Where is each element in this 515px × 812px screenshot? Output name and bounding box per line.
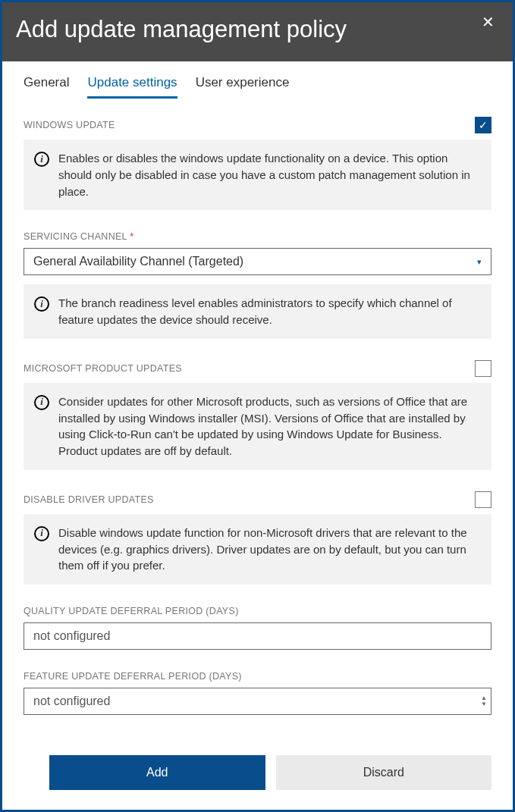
microsoft-product-updates-label: MICROSOFT PRODUCT UPDATES (24, 363, 182, 374)
servicing-channel-description: The branch readiness level enables admin… (58, 295, 479, 328)
windows-update-description: Enables or disables the windows update f… (58, 150, 479, 199)
windows-update-info: i Enables or disables the windows update… (24, 140, 491, 210)
dialog-header: Add update management policy ✕ (2, 2, 513, 61)
chevron-down-icon: ▾ (477, 257, 482, 267)
servicing-channel-label: SERVICING CHANNEL * (24, 231, 133, 242)
disable-driver-updates-description: Disable windows update function for non-… (58, 525, 479, 574)
quality-deferral-input[interactable] (24, 622, 491, 650)
feature-deferral-input[interactable] (24, 688, 491, 715)
info-icon: i (34, 395, 49, 410)
windows-update-label: WINDOWS UPDATE (24, 120, 115, 130)
form-content: WINDOWS UPDATE i Enables or disables the… (2, 99, 513, 741)
servicing-channel-info: i The branch readiness level enables adm… (24, 284, 491, 339)
section-quality-deferral: QUALITY UPDATE DEFERRAL PERIOD (DAYS) (24, 606, 491, 650)
info-icon: i (34, 526, 49, 541)
windows-update-checkbox[interactable] (475, 117, 491, 133)
section-microsoft-product-updates: MICROSOFT PRODUCT UPDATES i Consider upd… (24, 360, 491, 470)
info-icon: i (34, 152, 49, 167)
microsoft-product-updates-checkbox[interactable] (475, 360, 491, 377)
servicing-channel-select[interactable]: General Availability Channel (Targeted) … (24, 248, 491, 275)
quantity-stepper[interactable]: ▲ ▼ (481, 695, 487, 707)
section-windows-update: WINDOWS UPDATE i Enables or disables the… (24, 117, 491, 210)
feature-deferral-label: FEATURE UPDATE DEFERRAL PERIOD (DAYS) (24, 671, 242, 682)
tab-bar: General Update settings User experience (2, 61, 513, 99)
discard-button[interactable]: Discard (276, 755, 492, 790)
close-icon[interactable]: ✕ (482, 13, 495, 31)
servicing-channel-value: General Availability Channel (Targeted) (33, 255, 243, 268)
tab-update-settings[interactable]: Update settings (87, 75, 177, 99)
microsoft-product-updates-info: i Consider updates for other Microsoft p… (24, 383, 491, 470)
section-servicing-channel: SERVICING CHANNEL * General Availability… (24, 231, 491, 339)
tab-user-experience[interactable]: User experience (196, 75, 290, 99)
dialog-title: Add update management policy (16, 16, 347, 43)
microsoft-product-updates-description: Consider updates for other Microsoft pro… (58, 393, 479, 459)
quality-deferral-label: QUALITY UPDATE DEFERRAL PERIOD (DAYS) (24, 606, 239, 616)
disable-driver-updates-label: DISABLE DRIVER UPDATES (24, 494, 154, 505)
disable-driver-updates-checkbox[interactable] (475, 491, 491, 508)
stepper-down-icon[interactable]: ▼ (481, 701, 487, 707)
disable-driver-updates-info: i Disable windows update function for no… (24, 514, 491, 585)
add-button[interactable]: Add (49, 755, 265, 790)
section-feature-deferral: FEATURE UPDATE DEFERRAL PERIOD (DAYS) ▲ … (24, 671, 491, 715)
tab-general[interactable]: General (24, 75, 69, 99)
section-disable-driver-updates: DISABLE DRIVER UPDATES i Disable windows… (24, 491, 491, 585)
dialog-footer: Add Discard (2, 741, 513, 810)
info-icon: i (34, 296, 49, 312)
